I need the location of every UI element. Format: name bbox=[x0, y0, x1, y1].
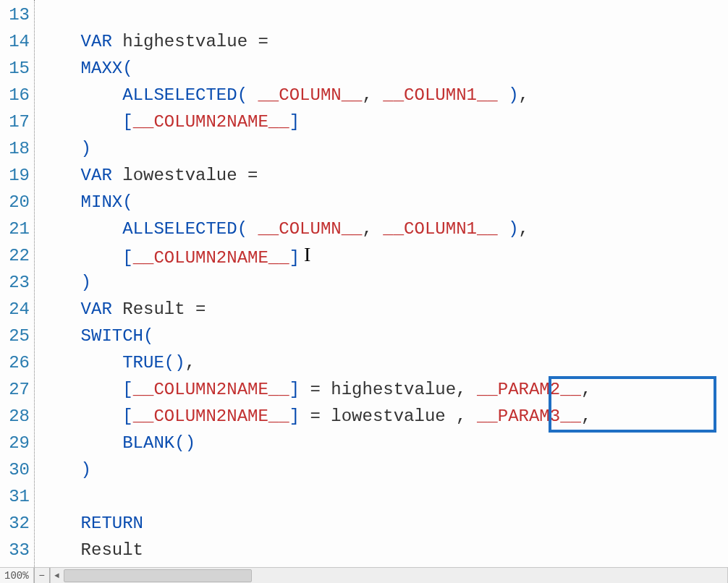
code-text bbox=[39, 407, 122, 426]
placeholder-param: __COLUMN__ bbox=[258, 219, 362, 239]
code-text: , bbox=[519, 85, 529, 105]
bracket: [ bbox=[122, 380, 132, 399]
code-line: [__COLUMN2NAME__] = highestvalue, __PARA… bbox=[39, 376, 728, 403]
line-number: 15 bbox=[0, 55, 30, 82]
line-number: 31 bbox=[0, 483, 30, 510]
code-text bbox=[39, 460, 81, 480]
line-number: 30 bbox=[0, 456, 30, 483]
line-number: 27 bbox=[0, 376, 30, 403]
zoom-out-button[interactable]: − bbox=[34, 568, 50, 583]
line-number: 21 bbox=[0, 216, 30, 242]
paren: ( bbox=[237, 219, 247, 239]
paren: ) bbox=[508, 219, 518, 239]
placeholder-param: __COLUMN2NAME__ bbox=[133, 112, 289, 132]
bracket: ] bbox=[289, 112, 300, 132]
code-line: ) bbox=[39, 456, 728, 483]
line-number: 33 bbox=[0, 537, 30, 563]
code-line: TRUE(), bbox=[39, 349, 728, 376]
code-editor[interactable]: 1314151617181920212223242526272829303132… bbox=[0, 0, 728, 583]
code-text bbox=[39, 514, 81, 533]
code-text bbox=[39, 219, 122, 239]
line-number: 23 bbox=[0, 269, 30, 296]
paren: ) bbox=[81, 460, 91, 480]
function-name: TRUE bbox=[122, 353, 164, 373]
function-name: MAXX bbox=[81, 59, 123, 78]
code-line: ) bbox=[39, 269, 728, 296]
keyword-return: RETURN bbox=[81, 514, 143, 533]
placeholder-param: __PARAM2__ bbox=[477, 380, 581, 399]
placeholder-param: __COLUMN1__ bbox=[383, 85, 497, 105]
code-text: , bbox=[185, 353, 195, 373]
paren: ) bbox=[81, 139, 91, 158]
code-area[interactable]: VAR highestvalue = MAXX( ALLSELECTED( __… bbox=[35, 0, 728, 583]
code-text bbox=[39, 248, 122, 268]
code-line: VAR highestvalue = bbox=[39, 28, 728, 55]
code-text: , bbox=[581, 407, 591, 426]
horizontal-scrollbar[interactable]: ◄ bbox=[50, 568, 728, 583]
bracket: ] bbox=[289, 380, 300, 399]
code-text bbox=[39, 192, 81, 212]
code-line: [__COLUMN2NAME__] = lowestvalue , __PARA… bbox=[39, 403, 728, 430]
code-text: = highestvalue, bbox=[300, 380, 477, 399]
line-number: 25 bbox=[0, 323, 30, 349]
code-text bbox=[39, 380, 122, 399]
text-cursor: I bbox=[304, 241, 310, 268]
code-line: BLANK() bbox=[39, 430, 728, 456]
paren: ( bbox=[122, 192, 132, 212]
paren: ) bbox=[508, 85, 518, 105]
line-number: 20 bbox=[0, 189, 30, 216]
bracket: ] bbox=[289, 248, 300, 268]
code-text bbox=[39, 166, 81, 185]
code-text bbox=[39, 353, 122, 373]
identifier: Result bbox=[81, 540, 143, 560]
code-line: ) bbox=[39, 135, 728, 162]
code-line: Result bbox=[39, 537, 728, 563]
code-text bbox=[39, 299, 81, 319]
code-text bbox=[39, 433, 122, 453]
scroll-left-arrow[interactable]: ◄ bbox=[51, 568, 64, 583]
code-text: = bbox=[237, 166, 258, 185]
code-line: MAXX( bbox=[39, 55, 728, 82]
code-line: VAR Result = bbox=[39, 296, 728, 323]
paren: ) bbox=[81, 273, 91, 292]
placeholder-param: __COLUMN1__ bbox=[383, 219, 497, 239]
line-number: 24 bbox=[0, 296, 30, 323]
code-line bbox=[39, 483, 728, 510]
code-text: , bbox=[363, 219, 384, 239]
code-text: = bbox=[247, 32, 268, 51]
code-line: MINX( bbox=[39, 189, 728, 216]
code-text bbox=[39, 112, 122, 132]
keyword-var: VAR bbox=[81, 32, 112, 51]
paren: () bbox=[164, 353, 185, 373]
identifier: lowestvalue bbox=[122, 166, 237, 185]
function-name: MINX bbox=[81, 192, 123, 212]
code-text: , bbox=[519, 219, 529, 239]
code-text bbox=[39, 540, 81, 560]
keyword-var: VAR bbox=[81, 299, 112, 319]
code-line: [__COLUMN2NAME__]I bbox=[39, 242, 728, 269]
code-text: = bbox=[185, 299, 206, 319]
status-bar: 100% − ◄ bbox=[0, 567, 728, 583]
code-text bbox=[39, 139, 81, 158]
paren: () bbox=[174, 433, 195, 453]
paren: ( bbox=[122, 59, 132, 78]
code-text bbox=[39, 85, 122, 105]
code-line: ALLSELECTED( __COLUMN__, __COLUMN1__ ), bbox=[39, 82, 728, 108]
code-line: RETURN bbox=[39, 510, 728, 537]
line-number: 17 bbox=[0, 108, 30, 135]
code-line: [__COLUMN2NAME__] bbox=[39, 108, 728, 135]
paren: ( bbox=[143, 326, 153, 346]
code-line: ALLSELECTED( __COLUMN__, __COLUMN1__ ), bbox=[39, 216, 728, 242]
zoom-level[interactable]: 100% bbox=[0, 568, 34, 583]
code-text bbox=[39, 32, 81, 51]
placeholder-param: __COLUMN2NAME__ bbox=[133, 407, 289, 426]
code-text: , bbox=[581, 380, 591, 399]
bracket: [ bbox=[122, 112, 132, 132]
bracket: [ bbox=[122, 248, 132, 268]
scroll-thumb[interactable] bbox=[64, 569, 252, 582]
code-text: , bbox=[363, 85, 384, 105]
code-line: SWITCH( bbox=[39, 323, 728, 349]
function-name: SWITCH bbox=[81, 326, 143, 346]
placeholder-param: __COLUMN__ bbox=[258, 85, 362, 105]
code-text bbox=[39, 59, 81, 78]
